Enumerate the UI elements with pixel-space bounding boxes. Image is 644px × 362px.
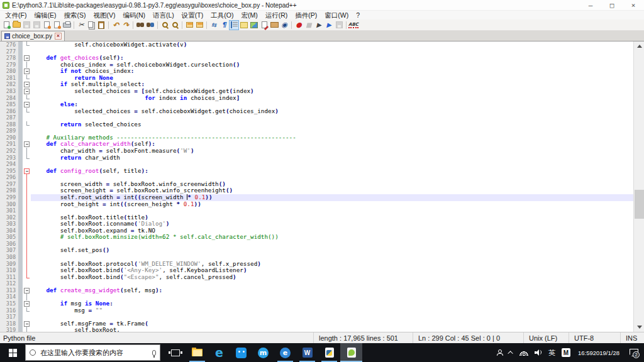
code-line[interactable]: 307 self.set_pos() [0,247,633,254]
people-button[interactable] [494,343,506,362]
microphone-icon[interactable] [152,350,156,356]
code-line[interactable]: 295 def config_root(self, title): [0,168,633,175]
code-line[interactable]: 316 msg = "" [0,307,633,314]
save-all-button[interactable] [31,20,42,30]
folder-as-workspace-button[interactable] [269,20,279,30]
bookmark-margin[interactable] [18,134,23,141]
bookmark-margin[interactable] [18,41,23,48]
document-map-button[interactable] [249,20,259,30]
editor[interactable]: 276 self.choiceboxWidget.activate(v)2772… [0,41,644,332]
word-button[interactable]: W [296,343,318,362]
sync-vertical-button[interactable] [184,20,194,30]
macro-record-button[interactable]: ● [294,20,304,30]
python-file-button[interactable] [318,343,340,362]
menu-item[interactable]: 视图(V) [89,11,119,19]
bookmark-margin[interactable] [18,95,23,102]
editor-lines[interactable]: 276 self.choiceboxWidget.activate(v)2772… [0,41,633,332]
bookmark-margin[interactable] [18,88,23,95]
edge-browser-button[interactable]: e [208,343,230,362]
spell-check-button[interactable]: ABC [348,20,358,30]
menu-item[interactable]: 窗口(W) [321,11,352,19]
bookmark-margin[interactable] [18,234,23,241]
bookmark-margin[interactable] [18,280,23,287]
bookmark-margin[interactable] [18,214,23,221]
menu-item[interactable]: 搜索(S) [60,11,89,19]
print-button[interactable] [62,20,72,30]
fold-toggle-icon[interactable] [23,81,31,88]
bookmark-margin[interactable] [18,293,23,300]
code-line[interactable]: 288 return selected_choices [0,121,633,128]
start-button[interactable] [0,343,25,362]
code-line[interactable]: 276 self.choiceboxWidget.activate(v) [0,41,633,48]
macro-save-button[interactable] [334,20,344,30]
bookmark-margin[interactable] [18,194,23,201]
bookmark-margin[interactable] [18,55,23,62]
volume-button[interactable] [531,343,545,362]
fold-toggle-icon[interactable] [23,141,31,148]
undo-button[interactable]: ↶ [111,20,121,30]
macro-play-button[interactable]: ▶ [314,20,324,30]
menu-item[interactable]: 宏(M) [237,11,261,19]
bookmark-margin[interactable] [18,181,23,188]
code-line[interactable]: 305 # self.boxRoot.minsize(width=62 * se… [0,234,633,241]
bookmark-margin[interactable] [18,81,23,88]
status-encoding[interactable]: UTF-8 [569,332,620,343]
notepad-plus-plus-button[interactable] [340,343,362,362]
bookmark-margin[interactable] [18,207,23,214]
bookmark-margin[interactable] [18,68,23,75]
show-all-characters-button[interactable]: ¶ [219,20,229,30]
paste-button[interactable] [96,20,106,30]
code-line[interactable]: 293 return char_width [0,155,633,162]
vertical-scrollbar[interactable] [633,41,644,332]
tab-choice-box[interactable]: choice_box.py × [1,31,65,41]
close-file-button[interactable] [42,20,52,30]
indent-guide-button[interactable] [229,20,239,30]
bookmark-margin[interactable] [18,141,23,148]
bookmark-margin[interactable] [18,187,23,194]
bookmark-margin[interactable] [18,108,23,115]
menu-item[interactable]: 文件(F) [1,11,30,19]
bookmark-margin[interactable] [18,228,23,234]
close-button[interactable]: × [623,0,644,10]
bookmark-margin[interactable] [18,221,23,228]
sync-horizontal-button[interactable] [194,20,204,30]
fold-toggle-icon[interactable] [23,68,31,75]
menu-item[interactable]: ? [352,11,364,19]
code-line[interactable]: 313 def create_msg_widget(self, msg): [0,287,633,294]
bookmark-margin[interactable] [18,174,23,181]
menu-item[interactable]: 编辑(E) [30,11,60,19]
function-list-button[interactable] [239,20,249,30]
menu-item[interactable]: 语言(L) [149,11,178,19]
minimize-button[interactable]: – [580,0,601,10]
scroll-down-arrow[interactable] [634,322,644,332]
macro-play-multiple-button[interactable]: ▶ [324,20,334,30]
ime-indicator[interactable]: 英 [545,343,558,362]
bookmark-margin[interactable] [18,161,23,168]
bookmark-margin[interactable] [18,267,23,274]
code-line[interactable]: 319 self.boxRoot, [0,327,633,332]
m-tray-button[interactable]: M [558,343,574,362]
bookmark-margin[interactable] [18,261,23,268]
fold-toggle-icon[interactable] [23,287,31,294]
bookmark-margin[interactable] [18,201,23,208]
replace-button[interactable] [145,20,155,30]
bookmark-margin[interactable] [18,168,23,175]
taskbar-search-input[interactable]: 在这里输入你要搜索的内容 [25,344,160,361]
task-view-button[interactable] [164,343,186,362]
ie-browser-button[interactable]: e [274,343,296,362]
menu-item[interactable]: 编码(N) [119,11,149,19]
save-button[interactable] [21,20,31,30]
fold-toggle-icon[interactable] [23,300,31,307]
macro-stop-button[interactable]: ■ [304,20,314,30]
bookmark-margin[interactable] [18,121,23,128]
open-file-button[interactable] [11,20,21,30]
fold-toggle-icon[interactable] [23,88,31,95]
clock[interactable]: 16:59 2019/1/28 [574,343,624,362]
fold-toggle-icon[interactable] [23,321,31,327]
file-explorer-button[interactable] [186,343,208,362]
m-app-button[interactable]: m [252,343,274,362]
bookmark-margin[interactable] [18,128,23,134]
hidden-icons-button[interactable] [506,343,516,362]
bookmark-margin[interactable] [18,287,23,294]
bookmark-margin[interactable] [18,114,23,121]
